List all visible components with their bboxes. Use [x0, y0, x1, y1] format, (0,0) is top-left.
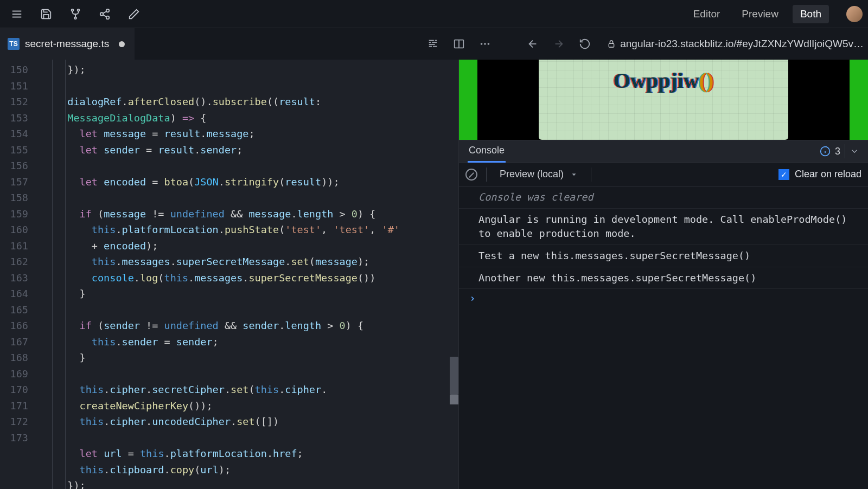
svg-point-7 — [100, 12, 104, 16]
view-tab-editor[interactable]: Editor — [686, 5, 728, 23]
info-icon — [820, 146, 831, 157]
console-header: Console 3 — [459, 140, 868, 163]
preview-text: Owppjiw() — [614, 68, 713, 93]
preview-card: Owppjiw() — [539, 60, 788, 140]
view-tab-preview[interactable]: Preview — [734, 5, 786, 23]
log-row: Test a new this.messages.superSecretMess… — [459, 245, 868, 267]
dirty-indicator-icon — [119, 41, 125, 47]
fork-icon[interactable] — [68, 7, 82, 21]
view-tab-both[interactable]: Both — [793, 5, 829, 23]
tabbar-actions: angular-io23.stackblitz.io/#eyJtZXNzYWdl… — [426, 28, 868, 60]
forward-icon[interactable] — [552, 37, 566, 51]
avatar[interactable] — [846, 6, 863, 22]
svg-point-6 — [106, 9, 110, 12]
line-gutter: 1501511521531541551561571581591601611621… — [0, 60, 38, 489]
right-pane: Owppjiw() Console 3 Preview (local) ✓ Cl… — [458, 60, 868, 489]
log-row: Console was cleared — [459, 186, 868, 209]
split-editor-icon[interactable] — [452, 37, 466, 51]
code-area[interactable]: }); dialogRef.afterClosed().subscribe((r… — [38, 60, 458, 489]
log-row: Angular is running in development mode. … — [459, 209, 868, 245]
console-toolbar: Preview (local) ✓ Clear on reload — [459, 163, 868, 186]
clear-console-icon[interactable] — [465, 169, 477, 181]
console-body[interactable]: Console was clearedAngular is running in… — [459, 186, 868, 489]
clear-on-reload[interactable]: ✓ Clear on reload — [778, 169, 861, 180]
save-icon[interactable] — [39, 7, 53, 21]
ts-badge-icon: TS — [8, 38, 20, 50]
topbar: EditorPreviewBoth — [0, 0, 868, 28]
prettier-icon[interactable] — [426, 37, 440, 51]
log-count: 3 — [835, 146, 840, 157]
url-bar[interactable]: angular-io23.stackblitz.io/#eyJtZXNzYWdl… — [604, 38, 864, 50]
file-tab[interactable]: TS secret-message.ts — [0, 28, 135, 60]
topbar-right: EditorPreviewBoth — [686, 5, 863, 23]
svg-point-4 — [78, 9, 80, 11]
svg-point-22 — [488, 43, 490, 45]
topbar-left — [5, 7, 141, 21]
preview-border — [459, 60, 477, 140]
preview-border — [850, 60, 868, 140]
more-icon[interactable] — [478, 37, 492, 51]
svg-point-8 — [106, 16, 110, 18]
back-icon[interactable] — [526, 37, 540, 51]
pencil-icon[interactable] — [127, 7, 141, 21]
menu-icon[interactable] — [10, 7, 24, 21]
url-text: angular-io23.stackblitz.io/#eyJtZXNzYWdl… — [620, 38, 864, 50]
console-info: 3 — [820, 144, 859, 158]
svg-marker-29 — [572, 173, 576, 176]
editor-pane[interactable]: 1501511521531541551561571581591601611621… — [0, 60, 458, 489]
chevron-down-icon[interactable] — [850, 146, 859, 156]
svg-line-10 — [103, 15, 106, 17]
tabbar: TS secret-message.ts angular-io23.stackb… — [0, 28, 868, 60]
svg-point-3 — [72, 9, 74, 11]
svg-point-20 — [481, 43, 483, 45]
file-name: secret-message.ts — [25, 38, 109, 50]
preview-area[interactable]: Owppjiw() — [459, 60, 868, 140]
reload-icon[interactable] — [578, 37, 592, 51]
log-row: Another new this.messages.superSecretMes… — [459, 267, 868, 289]
svg-line-9 — [103, 11, 106, 13]
share-icon[interactable] — [98, 7, 112, 21]
lock-icon — [607, 40, 616, 48]
console-tab[interactable]: Console — [468, 140, 506, 163]
svg-rect-25 — [609, 43, 614, 47]
svg-point-5 — [74, 17, 76, 19]
console-prompt[interactable] — [459, 289, 868, 309]
source-dropdown[interactable]: Preview (local) — [495, 169, 582, 180]
svg-point-21 — [484, 43, 486, 45]
checkbox-icon[interactable]: ✓ — [778, 169, 789, 180]
chevron-down-icon — [570, 171, 578, 178]
main: 1501511521531541551561571581591601611621… — [0, 60, 868, 489]
